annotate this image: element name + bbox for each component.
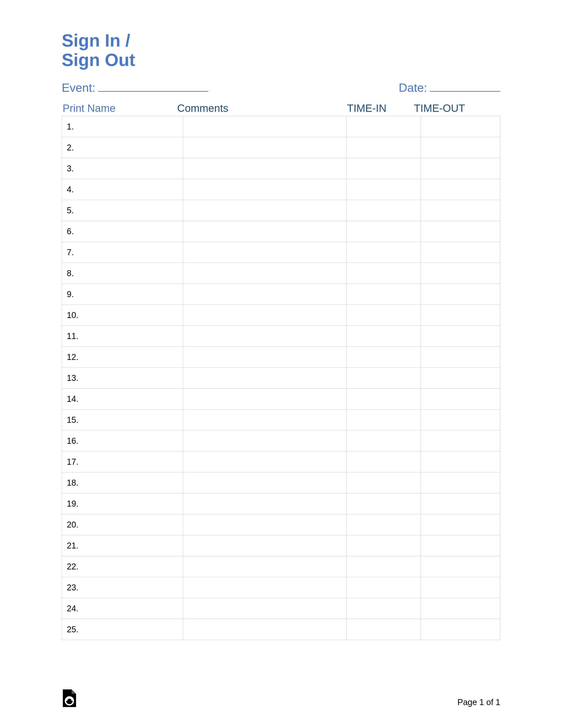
cell-time-out[interactable]	[421, 221, 500, 242]
cell-time-out[interactable]	[421, 493, 500, 514]
cell-time-in[interactable]	[346, 577, 421, 598]
cell-time-out[interactable]	[421, 514, 500, 535]
cell-time-in[interactable]	[346, 305, 421, 326]
cell-print-name[interactable]: 8.	[62, 263, 183, 284]
cell-print-name[interactable]: 18.	[62, 472, 183, 493]
cell-time-in[interactable]	[346, 556, 421, 577]
cell-comments[interactable]	[183, 263, 346, 284]
cell-time-out[interactable]	[421, 242, 500, 263]
cell-print-name[interactable]: 15.	[62, 410, 183, 430]
cell-comments[interactable]	[183, 242, 346, 263]
cell-time-out[interactable]	[421, 368, 500, 389]
cell-time-in[interactable]	[346, 598, 421, 619]
cell-comments[interactable]	[183, 305, 346, 326]
cell-comments[interactable]	[183, 284, 346, 305]
cell-comments[interactable]	[183, 598, 346, 619]
cell-time-out[interactable]	[421, 326, 500, 347]
cell-time-in[interactable]	[346, 347, 421, 368]
cell-print-name[interactable]: 1.	[62, 116, 183, 137]
cell-time-out[interactable]	[421, 200, 500, 221]
cell-time-out[interactable]	[421, 284, 500, 305]
cell-comments[interactable]	[183, 535, 346, 556]
cell-time-in[interactable]	[346, 221, 421, 242]
cell-time-in[interactable]	[346, 242, 421, 263]
cell-time-out[interactable]	[421, 472, 500, 493]
cell-time-in[interactable]	[346, 493, 421, 514]
cell-time-in[interactable]	[346, 619, 421, 640]
cell-comments[interactable]	[183, 410, 346, 430]
cell-comments[interactable]	[183, 389, 346, 410]
cell-comments[interactable]	[183, 577, 346, 598]
cell-time-in[interactable]	[346, 263, 421, 284]
cell-time-out[interactable]	[421, 451, 500, 472]
cell-time-in[interactable]	[346, 430, 421, 451]
cell-print-name[interactable]: 19.	[62, 493, 183, 514]
cell-print-name[interactable]: 20.	[62, 514, 183, 535]
cell-time-in[interactable]	[346, 137, 421, 158]
cell-time-out[interactable]	[421, 619, 500, 640]
cell-print-name[interactable]: 21.	[62, 535, 183, 556]
cell-time-out[interactable]	[421, 410, 500, 430]
cell-time-in[interactable]	[346, 368, 421, 389]
cell-print-name[interactable]: 5.	[62, 200, 183, 221]
cell-comments[interactable]	[183, 116, 346, 137]
cell-time-out[interactable]	[421, 137, 500, 158]
cell-time-in[interactable]	[346, 535, 421, 556]
cell-comments[interactable]	[183, 514, 346, 535]
cell-time-out[interactable]	[421, 158, 500, 179]
cell-print-name[interactable]: 3.	[62, 158, 183, 179]
cell-print-name[interactable]: 2.	[62, 137, 183, 158]
cell-time-out[interactable]	[421, 535, 500, 556]
cell-print-name[interactable]: 14.	[62, 389, 183, 410]
cell-comments[interactable]	[183, 472, 346, 493]
cell-time-in[interactable]	[346, 472, 421, 493]
cell-print-name[interactable]: 11.	[62, 326, 183, 347]
cell-print-name[interactable]: 12.	[62, 347, 183, 368]
cell-comments[interactable]	[183, 556, 346, 577]
cell-time-in[interactable]	[346, 326, 421, 347]
cell-time-in[interactable]	[346, 116, 421, 137]
cell-print-name[interactable]: 4.	[62, 179, 183, 200]
cell-time-in[interactable]	[346, 451, 421, 472]
cell-time-in[interactable]	[346, 410, 421, 430]
cell-comments[interactable]	[183, 451, 346, 472]
cell-time-in[interactable]	[346, 514, 421, 535]
cell-print-name[interactable]: 6.	[62, 221, 183, 242]
cell-time-out[interactable]	[421, 389, 500, 410]
cell-comments[interactable]	[183, 326, 346, 347]
cell-comments[interactable]	[183, 347, 346, 368]
cell-print-name[interactable]: 13.	[62, 368, 183, 389]
event-blank-line[interactable]	[98, 81, 208, 92]
cell-comments[interactable]	[183, 137, 346, 158]
cell-time-out[interactable]	[421, 263, 500, 284]
cell-print-name[interactable]: 25.	[62, 619, 183, 640]
cell-print-name[interactable]: 7.	[62, 242, 183, 263]
cell-time-out[interactable]	[421, 577, 500, 598]
cell-comments[interactable]	[183, 493, 346, 514]
cell-print-name[interactable]: 9.	[62, 284, 183, 305]
cell-time-in[interactable]	[346, 179, 421, 200]
cell-time-in[interactable]	[346, 200, 421, 221]
cell-print-name[interactable]: 23.	[62, 577, 183, 598]
cell-comments[interactable]	[183, 200, 346, 221]
cell-comments[interactable]	[183, 158, 346, 179]
cell-print-name[interactable]: 10.	[62, 305, 183, 326]
cell-time-out[interactable]	[421, 430, 500, 451]
cell-time-out[interactable]	[421, 179, 500, 200]
cell-print-name[interactable]: 16.	[62, 430, 183, 451]
cell-time-out[interactable]	[421, 305, 500, 326]
cell-time-out[interactable]	[421, 347, 500, 368]
cell-print-name[interactable]: 17.	[62, 451, 183, 472]
cell-time-in[interactable]	[346, 389, 421, 410]
cell-time-in[interactable]	[346, 284, 421, 305]
cell-comments[interactable]	[183, 368, 346, 389]
cell-time-out[interactable]	[421, 598, 500, 619]
cell-comments[interactable]	[183, 619, 346, 640]
cell-time-in[interactable]	[346, 158, 421, 179]
cell-print-name[interactable]: 24.	[62, 598, 183, 619]
cell-comments[interactable]	[183, 179, 346, 200]
cell-print-name[interactable]: 22.	[62, 556, 183, 577]
cell-time-out[interactable]	[421, 116, 500, 137]
date-blank-line[interactable]	[430, 81, 500, 92]
cell-time-out[interactable]	[421, 556, 500, 577]
